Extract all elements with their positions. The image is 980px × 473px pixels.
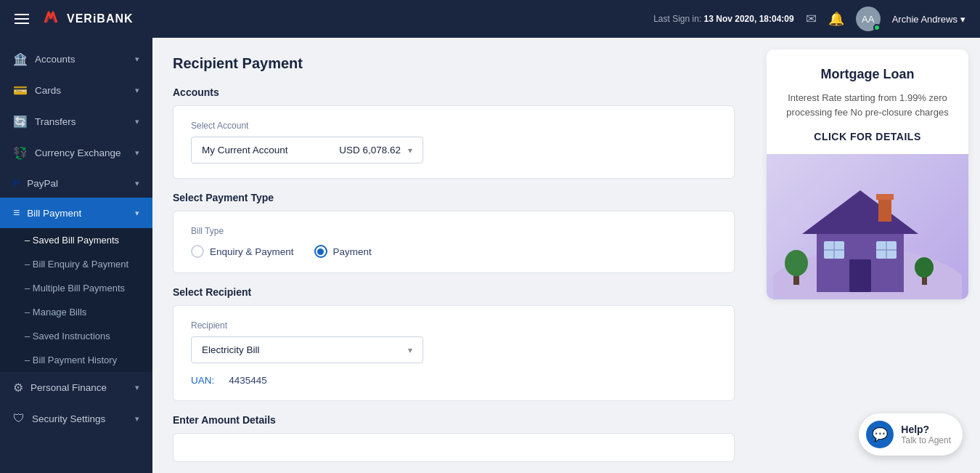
svg-rect-4 bbox=[876, 194, 894, 200]
bill-type-label: Bill Type bbox=[191, 226, 716, 236]
accounts-section-label: Accounts bbox=[173, 86, 735, 98]
recipient-dropdown[interactable]: Electricity Bill ▾ bbox=[191, 336, 423, 363]
account-name: My Current Account bbox=[202, 145, 288, 155]
chevron-security-settings: ▾ bbox=[135, 414, 139, 424]
svg-rect-5 bbox=[849, 259, 871, 292]
bill-payment-icon: ≡ bbox=[13, 206, 20, 219]
promo-card[interactable]: Mortgage Loan Interest Rate starting fro… bbox=[767, 49, 968, 299]
select-account-label: Select Account bbox=[191, 121, 716, 131]
uan-label: UAN: bbox=[191, 375, 214, 386]
chevron-paypal: ▾ bbox=[135, 179, 139, 188]
sidebar-sub-saved-instructions[interactable]: Saved Instructions bbox=[0, 324, 152, 348]
account-balance: USD 6,078.62 bbox=[339, 145, 401, 155]
cards-icon: 💳 bbox=[13, 84, 28, 97]
promo-title: Mortgage Loan bbox=[781, 67, 954, 82]
radio-payment[interactable]: Payment bbox=[314, 245, 372, 258]
currency-exchange-icon: 💱 bbox=[13, 146, 28, 160]
chevron-accounts: ▾ bbox=[135, 54, 139, 64]
radio-inner-payment bbox=[317, 248, 324, 255]
promo-text-section: Mortgage Loan Interest Rate starting fro… bbox=[767, 49, 968, 154]
sidebar-item-security-settings[interactable]: 🛡 Security Settings ▾ bbox=[0, 403, 152, 434]
security-settings-icon: 🛡 bbox=[13, 412, 25, 425]
radio-enquiry-payment[interactable]: Enquiry & Payment bbox=[191, 245, 294, 258]
sidebar-sub-bill-enquiry-payment[interactable]: Bill Enquiry & Payment bbox=[0, 252, 152, 276]
svg-point-13 bbox=[785, 250, 808, 276]
sidebar-item-currency-exchange[interactable]: 💱 Currency Exchange ▾ bbox=[0, 137, 152, 169]
chevron-transfers: ▾ bbox=[135, 117, 139, 126]
avatar[interactable]: AA bbox=[856, 7, 881, 31]
mail-icon[interactable]: ✉ bbox=[806, 11, 817, 27]
chevron-currency-exchange: ▾ bbox=[135, 148, 139, 158]
notification-icon[interactable]: 🔔 bbox=[828, 11, 844, 27]
transfers-icon: 🔄 bbox=[13, 115, 28, 129]
recipient-card: Recipient Electricity Bill ▾ UAN: 443544… bbox=[173, 305, 735, 401]
last-signin-text: Last Sign in: 13 Nov 2020, 18:04:09 bbox=[653, 14, 793, 24]
sidebar-sub-manage-bills[interactable]: Manage Bills bbox=[0, 300, 152, 324]
logo-text: VERiBАNK bbox=[67, 12, 134, 25]
sidebar-label-personal-finance: Personal Finance bbox=[30, 382, 107, 393]
logo-icon bbox=[41, 7, 61, 31]
recipient-value: Electricity Bill bbox=[202, 344, 260, 355]
chevron-personal-finance: ▾ bbox=[135, 383, 139, 392]
page-title: Recipient Payment bbox=[173, 55, 735, 72]
enter-amount-card bbox=[173, 433, 735, 462]
select-recipient-label: Select Recipient bbox=[173, 286, 735, 298]
content-area: Recipient Payment Accounts Select Accoun… bbox=[152, 38, 755, 473]
help-chat-icon: 💬 bbox=[866, 421, 894, 448]
sidebar-sub-bill-payment-history[interactable]: Bill Payment History bbox=[0, 348, 152, 372]
logo: VERiBАNK bbox=[41, 7, 134, 31]
main-area: Recipient Payment Accounts Select Accoun… bbox=[152, 38, 980, 473]
sidebar-label-cards: Cards bbox=[35, 85, 61, 96]
top-navigation: VERiBАNK Last Sign in: 13 Nov 2020, 18:0… bbox=[0, 0, 980, 38]
account-select-dropdown[interactable]: My Current Account USD 6,078.62 ▾ bbox=[191, 137, 423, 163]
hamburger-menu[interactable] bbox=[15, 14, 29, 24]
sidebar-label-bill-payment: Bill Payment bbox=[27, 208, 81, 219]
sidebar-label-currency-exchange: Currency Exchange bbox=[35, 147, 121, 158]
sidebar: 🏦 Accounts ▾ 💳 Cards ▾ 🔄 Transfers ▾ 💱 bbox=[0, 38, 152, 473]
sidebar-label-accounts: Accounts bbox=[35, 54, 75, 65]
personal-finance-icon: ⚙ bbox=[13, 381, 23, 395]
chevron-cards: ▾ bbox=[135, 86, 139, 95]
paypal-icon: P bbox=[13, 177, 20, 189]
enter-amount-label: Enter Amount Details bbox=[173, 414, 735, 426]
sidebar-label-transfers: Transfers bbox=[35, 116, 76, 127]
accounts-card: Select Account My Current Account USD 6,… bbox=[173, 105, 735, 179]
promo-cta[interactable]: CLICK FOR DETAILS bbox=[781, 131, 954, 142]
promo-description: Interest Rate starting from 1.99% zero p… bbox=[781, 91, 954, 119]
sidebar-sub-saved-bill-payments[interactable]: Saved Bill Payments bbox=[0, 228, 152, 252]
uan-value: 4435445 bbox=[229, 375, 267, 386]
recipient-chevron-icon: ▾ bbox=[408, 345, 412, 355]
accounts-icon: 🏦 bbox=[13, 52, 28, 66]
recipient-label: Recipient bbox=[191, 320, 716, 331]
promo-image bbox=[767, 154, 968, 299]
promo-panel: Mortgage Loan Interest Rate starting fro… bbox=[755, 38, 980, 473]
user-name[interactable]: Archie Andrews ▾ bbox=[892, 14, 965, 25]
select-payment-type-label: Select Payment Type bbox=[173, 192, 735, 203]
radio-group: Enquiry & Payment Payment bbox=[191, 245, 716, 258]
chevron-bill-payment: ▾ bbox=[135, 209, 139, 218]
uan-row: UAN: 4435445 bbox=[191, 375, 716, 386]
account-chevron-icon: ▾ bbox=[408, 145, 412, 155]
sidebar-item-cards[interactable]: 💳 Cards ▾ bbox=[0, 75, 152, 106]
payment-type-card: Bill Type Enquiry & Payment Payment bbox=[173, 211, 735, 273]
radio-circle-payment bbox=[314, 245, 327, 258]
sidebar-label-paypal: PayPal bbox=[27, 178, 58, 189]
bill-payment-submenu: Saved Bill Payments Bill Enquiry & Payme… bbox=[0, 228, 152, 372]
svg-rect-3 bbox=[878, 196, 891, 222]
sidebar-item-transfers[interactable]: 🔄 Transfers ▾ bbox=[0, 106, 152, 137]
help-title: Help? bbox=[901, 424, 951, 435]
svg-marker-2 bbox=[802, 190, 918, 234]
sidebar-item-bill-payment[interactable]: ≡ Bill Payment ▾ bbox=[0, 198, 152, 228]
sidebar-label-security-settings: Security Settings bbox=[32, 413, 105, 424]
sidebar-sub-multiple-bill-payments[interactable]: Multiple Bill Payments bbox=[0, 276, 152, 300]
radio-label-enquiry: Enquiry & Payment bbox=[210, 246, 294, 257]
sidebar-item-accounts[interactable]: 🏦 Accounts ▾ bbox=[0, 44, 152, 75]
sidebar-item-personal-finance[interactable]: ⚙ Personal Finance ▾ bbox=[0, 372, 152, 403]
help-subtitle: Talk to Agent bbox=[901, 435, 951, 445]
svg-point-15 bbox=[915, 257, 934, 278]
radio-label-payment: Payment bbox=[333, 246, 372, 257]
help-chat-bubble[interactable]: 💬 Help? Talk to Agent bbox=[859, 413, 963, 456]
radio-circle-enquiry bbox=[191, 245, 204, 258]
help-text-block: Help? Talk to Agent bbox=[901, 424, 951, 445]
sidebar-item-paypal[interactable]: P PayPal ▾ bbox=[0, 169, 152, 198]
